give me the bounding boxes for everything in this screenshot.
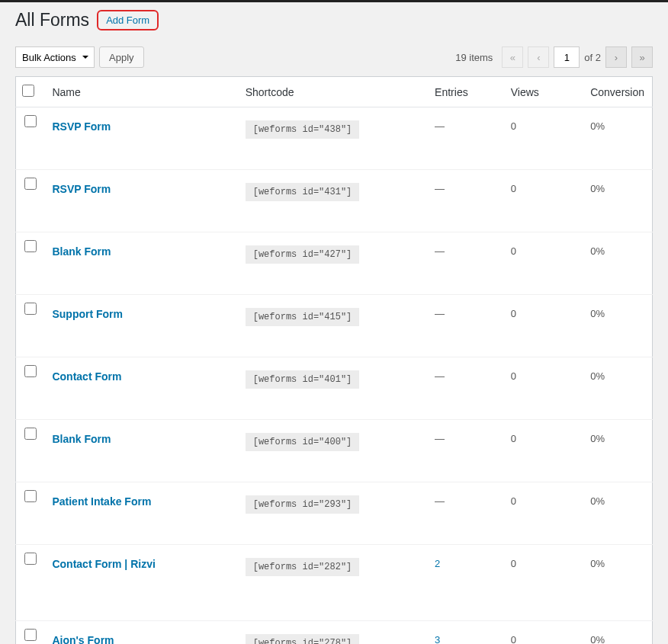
form-name-link[interactable]: Contact Form | Rizvi: [52, 558, 155, 570]
row-checkbox[interactable]: [24, 240, 37, 252]
page-wrap: All Forms Add Form Bulk Actions Apply 19…: [0, 2, 668, 644]
bulk-actions-top: Bulk Actions Apply: [15, 46, 144, 68]
row-checkbox-cell: [16, 295, 45, 357]
table-row: Support Form[weforms id="415"]—00%: [16, 295, 653, 357]
row-checkbox-cell: [16, 420, 45, 482]
row-entries-cell: 2: [427, 545, 503, 621]
views-value: 0: [511, 634, 516, 644]
shortcode-value[interactable]: [weforms id="431"]: [246, 183, 360, 201]
row-checkbox[interactable]: [24, 490, 37, 502]
column-name-header[interactable]: Name: [44, 77, 237, 107]
row-name-cell: RSVP Form: [44, 170, 237, 232]
conversion-value: 0%: [590, 558, 605, 569]
entries-link[interactable]: 3: [435, 634, 440, 644]
row-checkbox-cell: [16, 482, 45, 545]
row-entries-cell: —: [427, 420, 503, 482]
row-checkbox[interactable]: [24, 629, 37, 641]
apply-button-top[interactable]: Apply: [99, 46, 144, 68]
select-all-header: [16, 77, 45, 107]
row-views-cell: 0: [503, 295, 583, 357]
row-name-cell: Contact Form | Rizvi: [44, 545, 237, 621]
form-name-link[interactable]: Patient Intake Form: [52, 495, 151, 508]
items-count-top: 19 items: [455, 52, 493, 63]
row-checkbox[interactable]: [24, 428, 37, 440]
table-row: Contact Form[weforms id="401"]—00%: [16, 357, 653, 420]
form-name-link[interactable]: RSVP Form: [52, 120, 111, 133]
row-checkbox[interactable]: [24, 115, 37, 127]
entries-value: —: [435, 495, 445, 507]
views-value: 0: [511, 495, 516, 507]
add-form-button[interactable]: Add Form: [97, 10, 159, 30]
conversion-value: 0%: [590, 183, 605, 194]
row-checkbox-cell: [16, 232, 45, 295]
next-page-button-top[interactable]: ›: [605, 46, 627, 68]
row-checkbox-cell: [16, 621, 45, 645]
form-name-link[interactable]: Support Form: [52, 308, 123, 320]
row-shortcode-cell: [weforms id="401"]: [238, 357, 427, 420]
total-pages-top: of 2: [584, 52, 601, 63]
forms-table: Name Shortcode Entries Views Conversion …: [15, 76, 653, 644]
row-shortcode-cell: [weforms id="282"]: [238, 545, 427, 621]
row-conversion-cell: 0%: [583, 621, 652, 645]
shortcode-value[interactable]: [weforms id="415"]: [246, 308, 360, 326]
tablenav-top: Bulk Actions Apply 19 items « ‹ of 2 › »: [15, 44, 653, 70]
form-name-link[interactable]: Blank Form: [52, 433, 111, 445]
shortcode-value[interactable]: [weforms id="427"]: [246, 245, 360, 264]
shortcode-value[interactable]: [weforms id="401"]: [246, 370, 360, 389]
row-conversion-cell: 0%: [583, 420, 652, 482]
conversion-value: 0%: [590, 634, 605, 644]
page-header: All Forms Add Form: [15, 10, 653, 30]
shortcode-value[interactable]: [weforms id="438"]: [246, 120, 360, 139]
bulk-actions-select-top[interactable]: Bulk Actions: [15, 46, 95, 68]
shortcode-value[interactable]: [weforms id="278"]: [246, 634, 360, 644]
conversion-value: 0%: [590, 245, 605, 257]
row-name-cell: Aion's Form: [44, 621, 237, 645]
row-checkbox-cell: [16, 357, 45, 420]
views-value: 0: [511, 433, 516, 444]
entries-value: —: [435, 245, 445, 257]
row-checkbox[interactable]: [24, 553, 37, 565]
row-name-cell: Support Form: [44, 295, 237, 357]
table-row: RSVP Form[weforms id="438"]—00%: [16, 107, 653, 170]
table-row: Blank Form[weforms id="400"]—00%: [16, 420, 653, 482]
views-value: 0: [511, 370, 516, 382]
column-views-header: Views: [503, 77, 583, 107]
conversion-value: 0%: [590, 433, 605, 444]
row-conversion-cell: 0%: [583, 107, 652, 170]
row-checkbox[interactable]: [24, 303, 37, 315]
views-value: 0: [511, 308, 516, 319]
first-page-button-top[interactable]: «: [502, 46, 523, 68]
row-conversion-cell: 0%: [583, 357, 652, 420]
views-value: 0: [511, 183, 516, 194]
current-page-input-top[interactable]: [554, 46, 580, 68]
form-name-link[interactable]: Contact Form: [52, 370, 121, 383]
row-name-cell: Patient Intake Form: [44, 482, 237, 545]
views-value: 0: [511, 120, 516, 132]
entries-value: —: [435, 433, 445, 444]
row-shortcode-cell: [weforms id="278"]: [238, 621, 427, 645]
entries-link[interactable]: 2: [435, 558, 440, 569]
select-all-checkbox-top[interactable]: [22, 85, 34, 97]
row-entries-cell: —: [427, 482, 503, 545]
row-checkbox[interactable]: [24, 365, 37, 377]
prev-page-button-top[interactable]: ‹: [528, 46, 549, 68]
row-shortcode-cell: [weforms id="427"]: [238, 232, 427, 295]
row-shortcode-cell: [weforms id="293"]: [238, 482, 427, 545]
form-name-link[interactable]: Aion's Form: [52, 634, 114, 644]
row-views-cell: 0: [503, 232, 583, 295]
shortcode-value[interactable]: [weforms id="400"]: [246, 433, 360, 451]
row-shortcode-cell: [weforms id="400"]: [238, 420, 427, 482]
row-conversion-cell: 0%: [583, 232, 652, 295]
entries-value: —: [435, 370, 445, 382]
form-name-link[interactable]: Blank Form: [52, 245, 111, 258]
last-page-button-top[interactable]: »: [631, 46, 653, 68]
table-row: Contact Form | Rizvi[weforms id="282"]20…: [16, 545, 653, 621]
shortcode-value[interactable]: [weforms id="282"]: [246, 558, 360, 576]
form-name-link[interactable]: RSVP Form: [52, 183, 111, 195]
row-views-cell: 0: [503, 357, 583, 420]
views-value: 0: [511, 558, 516, 569]
pagination-top: 19 items « ‹ of 2 › »: [455, 46, 653, 68]
row-checkbox[interactable]: [24, 178, 37, 190]
column-shortcode-header: Shortcode: [238, 77, 427, 107]
shortcode-value[interactable]: [weforms id="293"]: [246, 495, 360, 514]
